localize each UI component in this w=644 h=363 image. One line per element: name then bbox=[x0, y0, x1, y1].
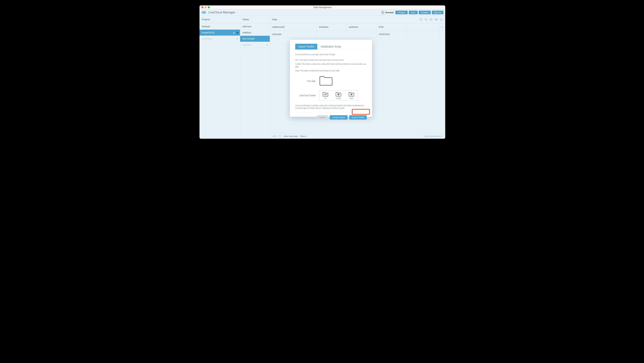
data-folder-icon bbox=[348, 92, 354, 97]
refresh-icon[interactable] bbox=[420, 18, 423, 21]
data-header: Data bbox=[270, 15, 445, 23]
folder-icon bbox=[319, 75, 333, 87]
rows-count: Rows: 1 bbox=[300, 135, 307, 137]
table-item-label: MyFirstTable bbox=[242, 37, 254, 40]
modal-intro-text: To use LiveCloud in your app, you'll nee… bbox=[295, 53, 367, 56]
search-icon[interactable] bbox=[424, 18, 428, 21]
modal-line-config: Config: This folder contains the config … bbox=[295, 63, 367, 68]
app-header: LiveCloud Manager Account Changes Docs S… bbox=[200, 9, 445, 15]
tables-header: Tables bbox=[240, 15, 270, 23]
code-icon[interactable]: </> bbox=[272, 135, 276, 137]
column-header[interactable]: DOB bbox=[376, 23, 406, 30]
cloud-upload-icon[interactable] bbox=[434, 18, 438, 21]
toolkit-box: API Config Data bbox=[319, 91, 358, 100]
project-item-label: Notepad bbox=[202, 25, 210, 28]
data-header-label: Data bbox=[272, 18, 277, 21]
toolkit-data: Data bbox=[348, 92, 355, 99]
column-header[interactable]: lastName bbox=[347, 23, 376, 30]
table-item[interactable]: newTable+ bbox=[240, 42, 270, 48]
window-minimize-dot[interactable] bbox=[204, 6, 206, 8]
add-column-icon[interactable]: + bbox=[440, 23, 445, 30]
your-app-label: Your App bbox=[295, 80, 316, 82]
modal-line-api: API: This folder contains the code that … bbox=[295, 59, 367, 62]
modal-tabs: Export ToolKit Initialization Script bbox=[295, 44, 367, 50]
svg-point-1 bbox=[425, 18, 427, 20]
cloud-download-icon[interactable] bbox=[430, 18, 433, 21]
grid-header-row: cdbRecordIDfirstNamelastNameDOB+ bbox=[270, 23, 445, 31]
table-item-label: cdbBlobs bbox=[242, 31, 251, 34]
app-title: LiveCloud Manager bbox=[208, 11, 235, 14]
toolkit-label: LiveCloud Toolkit bbox=[295, 94, 316, 97]
column-header[interactable]: firstName bbox=[317, 23, 347, 30]
diagram-your-app: Your App bbox=[295, 75, 367, 87]
close-icon[interactable] bbox=[236, 32, 238, 34]
download-icon[interactable] bbox=[233, 31, 235, 34]
modal-outro-text: To use LiveCloud in a project, export th… bbox=[295, 104, 367, 110]
toolkit-data-label: Data bbox=[350, 97, 353, 99]
account-label[interactable]: Account bbox=[386, 11, 394, 13]
cancel-button[interactable]: Cancel bbox=[317, 115, 328, 120]
cloud-record-count: Cloud record count: 1 bbox=[424, 135, 443, 137]
changes-button[interactable]: Changes bbox=[395, 11, 408, 14]
logo-icon bbox=[201, 11, 207, 14]
svg-point-2 bbox=[338, 94, 339, 95]
samples-button[interactable]: Samples bbox=[419, 11, 431, 14]
toolkit-api: API bbox=[322, 92, 329, 99]
show-meta-checkbox[interactable] bbox=[279, 135, 281, 137]
window-title: Table Management bbox=[200, 6, 445, 9]
table-item[interactable]: cdbBlobs bbox=[240, 30, 270, 36]
projects-column: Projects NotepadSimpleCRUDnewProject+ bbox=[200, 15, 240, 139]
api-folder-icon bbox=[322, 92, 328, 97]
project-item[interactable]: SimpleCRUD bbox=[200, 30, 240, 36]
project-item-label: SimpleCRUD bbox=[202, 31, 214, 34]
columns-icon[interactable] bbox=[440, 18, 443, 21]
table-item[interactable]: cdbUsers bbox=[240, 23, 270, 30]
diagram-toolkit: LiveCloud Toolkit API Config bbox=[295, 91, 367, 100]
highlight-ring bbox=[352, 109, 370, 115]
svg-point-0 bbox=[382, 12, 383, 12]
toolkit-config: Config bbox=[335, 92, 342, 99]
table-cell[interactable]: cfa31edd- bbox=[270, 31, 317, 38]
toolkit-config-label: Config bbox=[336, 97, 341, 99]
tab-export-toolkit[interactable]: Export ToolKit bbox=[295, 44, 317, 49]
table-cell[interactable] bbox=[347, 31, 376, 38]
show-meta-label[interactable]: show meta data bbox=[284, 135, 298, 137]
table-item-label: newTable bbox=[242, 44, 252, 46]
toolkit-api-label: API bbox=[324, 97, 327, 99]
titlebar: Table Management bbox=[200, 5, 445, 9]
table-item[interactable]: MyFirstTable bbox=[240, 36, 270, 42]
data-footer: </> show meta data Rows: 1 Cloud record … bbox=[270, 133, 445, 139]
column-header[interactable]: cdbRecordID bbox=[270, 23, 317, 30]
tab-initialization-script[interactable]: Initialization Script bbox=[317, 44, 344, 49]
project-item[interactable]: newProject+ bbox=[200, 36, 240, 42]
add-table-icon[interactable]: + bbox=[266, 43, 268, 47]
column-spacer bbox=[406, 23, 440, 30]
app-window: Table Management LiveCloud Manager Accou… bbox=[200, 5, 445, 139]
signout-button[interactable]: Sign out bbox=[432, 11, 444, 14]
projects-list: NotepadSimpleCRUDnewProject+ bbox=[200, 23, 240, 139]
export-toolkit-modal: Export ToolKit Initialization Script To … bbox=[290, 40, 372, 117]
window-close-dot[interactable] bbox=[201, 6, 203, 8]
tables-list: cdbUserscdbBlobsMyFirstTablenewTable+ bbox=[240, 23, 270, 139]
projects-header: Projects bbox=[200, 15, 240, 23]
docs-button[interactable]: Docs bbox=[409, 11, 418, 14]
add-project-icon[interactable]: + bbox=[236, 37, 238, 40]
project-item-label: newProject bbox=[202, 37, 212, 40]
table-cell[interactable]: 10/20/2018 bbox=[376, 31, 406, 38]
project-item[interactable]: Notepad bbox=[200, 23, 240, 30]
window-zoom-dot[interactable] bbox=[208, 6, 210, 8]
account-icon[interactable] bbox=[381, 11, 384, 14]
tables-column: Tables cdbUserscdbBlobsMyFirstTablenewTa… bbox=[240, 15, 270, 139]
create-project-button[interactable]: Create Project bbox=[330, 115, 348, 120]
table-row[interactable]: cfa31edd-10/20/2018 bbox=[270, 31, 445, 38]
config-folder-icon bbox=[336, 92, 341, 97]
modal-line-data: Data: This folder contains the local ver… bbox=[295, 69, 367, 72]
table-cell[interactable] bbox=[317, 31, 347, 38]
table-item-label: cdbUsers bbox=[242, 25, 252, 28]
export-toolkit-button[interactable]: Export ToolKit bbox=[349, 115, 367, 120]
